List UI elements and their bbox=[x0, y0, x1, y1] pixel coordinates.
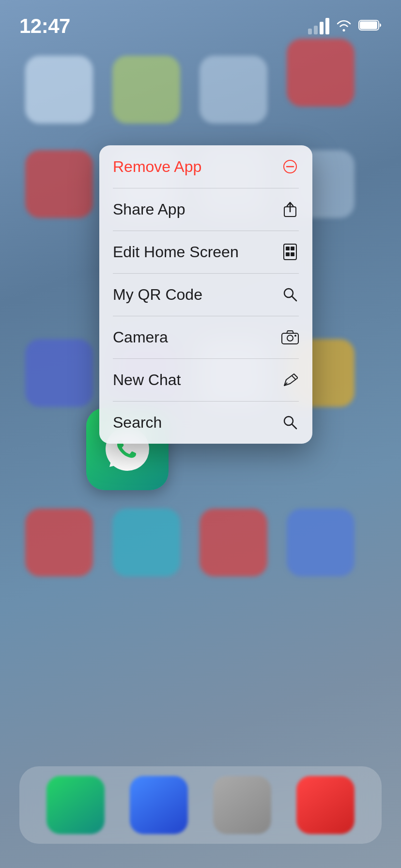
svg-rect-9 bbox=[286, 252, 290, 256]
bg-app-16 bbox=[287, 509, 355, 576]
bg-app-9 bbox=[25, 339, 93, 407]
grid-icon bbox=[281, 243, 299, 261]
share-icon bbox=[281, 201, 299, 218]
bg-app-14 bbox=[112, 509, 180, 576]
minus-circle-icon bbox=[281, 158, 299, 175]
bg-app-15 bbox=[200, 509, 267, 576]
menu-item-my-qr-code[interactable]: My QR Code bbox=[99, 273, 312, 316]
qr-search-icon bbox=[281, 286, 299, 303]
svg-line-12 bbox=[292, 296, 296, 301]
signal-icon bbox=[308, 18, 329, 34]
menu-item-remove-app[interactable]: Remove App bbox=[99, 145, 312, 188]
menu-item-search[interactable]: Search bbox=[99, 401, 312, 444]
svg-line-19 bbox=[292, 424, 296, 429]
battery-icon bbox=[358, 19, 382, 33]
my-qr-code-label: My QR Code bbox=[113, 286, 202, 304]
svg-rect-1 bbox=[360, 21, 377, 29]
context-menu: Remove App Share App Edit Home Screen bbox=[99, 145, 312, 444]
bg-app-1 bbox=[25, 56, 93, 124]
edit-home-screen-label: Edit Home Screen bbox=[113, 243, 239, 261]
compose-icon bbox=[281, 371, 299, 388]
camera-label: Camera bbox=[113, 328, 168, 346]
svg-rect-7 bbox=[286, 247, 290, 250]
svg-line-16 bbox=[292, 376, 296, 380]
menu-item-new-chat[interactable]: New Chat bbox=[99, 358, 312, 401]
bg-app-13 bbox=[25, 509, 93, 576]
bg-app-2 bbox=[112, 56, 180, 124]
menu-item-share-app[interactable]: Share App bbox=[99, 188, 312, 231]
status-time: 12:47 bbox=[19, 15, 70, 38]
svg-point-14 bbox=[287, 335, 293, 341]
bg-app-4 bbox=[287, 39, 355, 107]
dock-icon-2[interactable] bbox=[130, 776, 188, 834]
dock-icon-1[interactable] bbox=[46, 776, 105, 834]
menu-item-camera[interactable]: Camera bbox=[99, 316, 312, 358]
wifi-icon bbox=[335, 18, 353, 34]
search-label: Search bbox=[113, 414, 162, 432]
dock-icon-3[interactable] bbox=[213, 776, 271, 834]
bg-app-3 bbox=[200, 56, 267, 124]
svg-rect-10 bbox=[291, 252, 294, 256]
menu-item-edit-home-screen[interactable]: Edit Home Screen bbox=[99, 231, 312, 273]
dock bbox=[19, 766, 382, 844]
svg-rect-8 bbox=[291, 247, 294, 250]
svg-point-15 bbox=[294, 335, 296, 337]
svg-rect-6 bbox=[284, 244, 296, 260]
status-icons bbox=[308, 18, 382, 34]
status-bar: 12:47 bbox=[0, 0, 401, 43]
bg-app-5 bbox=[25, 150, 93, 218]
dock-icon-4[interactable] bbox=[296, 776, 355, 834]
new-chat-label: New Chat bbox=[113, 371, 181, 389]
share-app-label: Share App bbox=[113, 201, 185, 218]
search-icon bbox=[281, 414, 299, 431]
remove-app-label: Remove App bbox=[113, 158, 201, 176]
camera-icon bbox=[281, 328, 299, 346]
